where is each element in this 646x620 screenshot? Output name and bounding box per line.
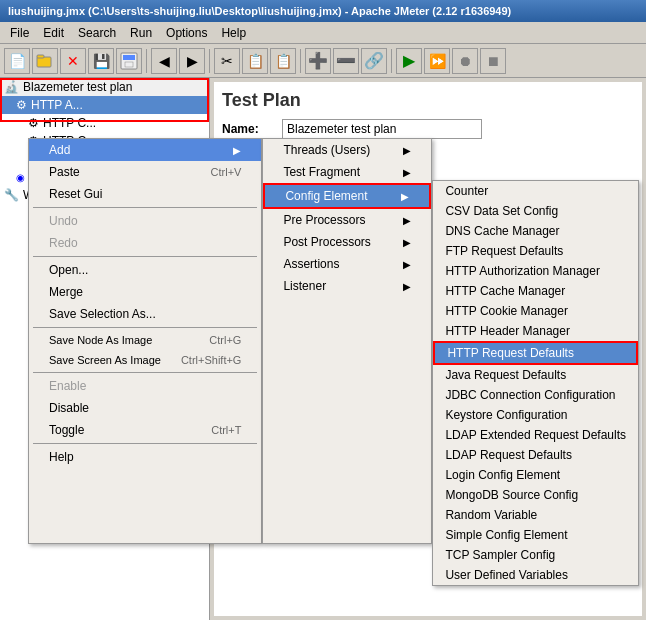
add-assertions[interactable]: Assertions ▶: [263, 253, 431, 275]
add-assertions-label: Assertions: [283, 257, 339, 271]
toolbar-save[interactable]: 💾: [88, 48, 114, 74]
menu-file[interactable]: File: [4, 24, 35, 42]
ctx-savenodeimg-shortcut: Ctrl+G: [209, 334, 241, 346]
toolbar-copy[interactable]: 📋: [242, 48, 268, 74]
tree-item-httpa[interactable]: ⚙ HTTP A...: [0, 96, 209, 114]
ctx-savenodeimg-label: Save Node As Image: [49, 334, 152, 346]
config-httpcache[interactable]: HTTP Cache Manager: [433, 281, 638, 301]
toolbar-redo[interactable]: ▶: [179, 48, 205, 74]
ctx-enable: Enable: [29, 375, 261, 397]
config-javareq[interactable]: Java Request Defaults: [433, 365, 638, 385]
config-tcp[interactable]: TCP Sampler Config: [433, 545, 638, 565]
ctx-help[interactable]: Help: [29, 446, 261, 468]
toolbar-undo[interactable]: ◀: [151, 48, 177, 74]
ctx-sep1: [33, 207, 257, 208]
menu-help[interactable]: Help: [215, 24, 252, 42]
ctx-disable-label: Disable: [49, 401, 89, 415]
add-postprocessors-arrow: ▶: [403, 237, 411, 248]
ctx-resetgui[interactable]: Reset Gui: [29, 183, 261, 205]
config-counter[interactable]: Counter: [433, 181, 638, 201]
tree-item-httpc1[interactable]: ⚙ HTTP C...: [0, 114, 209, 132]
config-httpauth[interactable]: HTTP Authorization Manager: [433, 261, 638, 281]
tree-item-label: Blazemeter test plan: [23, 80, 132, 94]
menu-search[interactable]: Search: [72, 24, 122, 42]
add-configelement[interactable]: Config Element ▶: [263, 183, 431, 209]
add-threads[interactable]: Threads (Users) ▶: [263, 139, 431, 161]
ctx-toggle-label: Toggle: [49, 423, 84, 437]
toolbar: 📄 ✕ 💾 ◀ ▶ ✂ 📋 📋 ➕ ➖ 🔗 ▶ ⏩ ⏺ ⏹: [0, 44, 646, 78]
menu-options[interactable]: Options: [160, 24, 213, 42]
toolbar-run-nopause[interactable]: ⏩: [424, 48, 450, 74]
add-preprocessors-arrow: ▶: [403, 215, 411, 226]
config-userdefined[interactable]: User Defined Variables: [433, 565, 638, 585]
svg-rect-4: [125, 62, 133, 67]
ctx-open[interactable]: Open...: [29, 259, 261, 281]
menu-edit[interactable]: Edit: [37, 24, 70, 42]
toolbar-expand[interactable]: ➕: [305, 48, 331, 74]
ctx-toggle-shortcut: Ctrl+T: [211, 424, 241, 436]
httpa-icon: ⚙: [16, 98, 27, 112]
testplan-icon: 🔬: [4, 80, 19, 94]
config-ftp[interactable]: FTP Request Defaults: [433, 241, 638, 261]
ctx-resetgui-label: Reset Gui: [49, 187, 102, 201]
ctx-saveselas[interactable]: Save Selection As...: [29, 303, 261, 325]
config-simple[interactable]: Simple Config Element: [433, 525, 638, 545]
toolbar-stop-btn[interactable]: ⏺: [452, 48, 478, 74]
name-input[interactable]: [282, 119, 482, 139]
ctx-sep3: [33, 327, 257, 328]
ctx-disable[interactable]: Disable: [29, 397, 261, 419]
config-ldap[interactable]: LDAP Request Defaults: [433, 445, 638, 465]
add-assertions-arrow: ▶: [403, 259, 411, 270]
config-csv[interactable]: CSV Data Set Config: [433, 201, 638, 221]
httpc1-icon: ⚙: [28, 116, 39, 130]
toolbar-sep1: [146, 49, 147, 73]
add-listener-arrow: ▶: [403, 281, 411, 292]
toolbar-shutdown[interactable]: ⏹: [480, 48, 506, 74]
add-submenu: Threads (Users) ▶ Test Fragment ▶ Config…: [262, 138, 432, 544]
add-preprocessors[interactable]: Pre Processors ▶: [263, 209, 431, 231]
toolbar-open[interactable]: [32, 48, 58, 74]
tree-item-label: HTTP A...: [31, 98, 83, 112]
add-postprocessors[interactable]: Post Processors ▶: [263, 231, 431, 253]
ctx-sep4: [33, 372, 257, 373]
ctx-savescreenimg-label: Save Screen As Image: [49, 354, 161, 366]
toolbar-paste[interactable]: 📋: [270, 48, 296, 74]
ctx-paste[interactable]: Paste Ctrl+V: [29, 161, 261, 183]
tree-item-testplan[interactable]: 🔬 Blazemeter test plan: [0, 78, 209, 96]
toolbar-remote[interactable]: 🔗: [361, 48, 387, 74]
context-menu: Add ▶ Paste Ctrl+V Reset Gui Undo Redo O…: [28, 138, 262, 544]
ctx-toggle[interactable]: Toggle Ctrl+T: [29, 419, 261, 441]
config-ldapext[interactable]: LDAP Extended Request Defaults: [433, 425, 638, 445]
config-mongodb[interactable]: MongoDB Source Config: [433, 485, 638, 505]
toolbar-stop[interactable]: ✕: [60, 48, 86, 74]
toolbar-collapse[interactable]: ➖: [333, 48, 359, 74]
config-jdbc[interactable]: JDBC Connection Configuration: [433, 385, 638, 405]
ctx-savescreenimg[interactable]: Save Screen As Image Ctrl+Shift+G: [29, 350, 261, 370]
config-dns[interactable]: DNS Cache Manager: [433, 221, 638, 241]
toolbar-saveas[interactable]: [116, 48, 142, 74]
config-random[interactable]: Random Variable: [433, 505, 638, 525]
ctx-savenodeimg[interactable]: Save Node As Image Ctrl+G: [29, 330, 261, 350]
add-configelement-arrow: ▶: [401, 191, 409, 202]
config-httpheader[interactable]: HTTP Header Manager: [433, 321, 638, 341]
config-login[interactable]: Login Config Element: [433, 465, 638, 485]
config-httpreqdefaults[interactable]: HTTP Request Defaults: [433, 341, 638, 365]
add-listener[interactable]: Listener ▶: [263, 275, 431, 297]
toolbar-new[interactable]: 📄: [4, 48, 30, 74]
menu-run[interactable]: Run: [124, 24, 158, 42]
toolbar-sep2: [209, 49, 210, 73]
toolbar-run[interactable]: ▶: [396, 48, 422, 74]
add-preprocessors-label: Pre Processors: [283, 213, 365, 227]
config-keystore[interactable]: Keystore Configuration: [433, 405, 638, 425]
ctx-saveselas-label: Save Selection As...: [49, 307, 156, 321]
ctx-merge-label: Merge: [49, 285, 83, 299]
config-httpcookie[interactable]: HTTP Cookie Manager: [433, 301, 638, 321]
ctx-merge[interactable]: Merge: [29, 281, 261, 303]
add-postprocessors-label: Post Processors: [283, 235, 370, 249]
toolbar-cut[interactable]: ✂: [214, 48, 240, 74]
add-testfrag[interactable]: Test Fragment ▶: [263, 161, 431, 183]
tree-item-label: HTTP C...: [43, 116, 96, 130]
ctx-paste-label: Paste: [49, 165, 80, 179]
ctx-sep2: [33, 256, 257, 257]
ctx-add[interactable]: Add ▶: [29, 139, 261, 161]
